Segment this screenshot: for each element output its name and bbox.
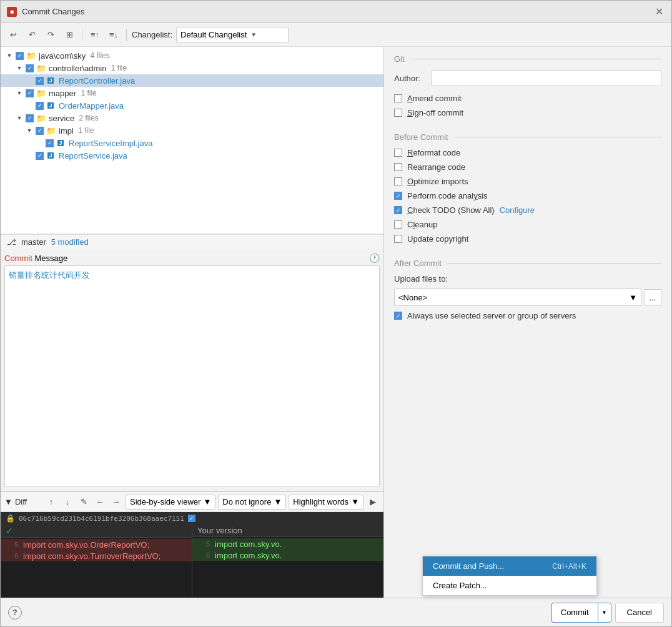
diff-columns: ✓ 5 import com.sky.vo.OrderReportVO; 6: [1, 525, 383, 598]
align-up-button[interactable]: ≡↑: [87, 27, 102, 42]
diff-right-column: Your version 5 import com.sky.vo. 6 impo…: [192, 525, 383, 598]
cleanup-label[interactable]: Cleanup: [407, 220, 437, 229]
checkbox-service[interactable]: ✓: [26, 114, 34, 122]
diff-ignore-arrow: ▼: [274, 497, 282, 506]
commit-message-header: Commit Message 🕐: [4, 253, 380, 263]
optimize-label[interactable]: Optimize imports: [407, 177, 468, 186]
message-word: Message: [32, 254, 67, 263]
tree-item-report-service-impl[interactable]: ▶ ✓ J ReportServiceImpl.java: [1, 137, 383, 149]
perform-checkbox[interactable]: ✓: [394, 192, 402, 200]
author-row: Author:: [394, 70, 661, 86]
perform-label[interactable]: Perform code analysis: [407, 191, 488, 200]
checkbox-report-service[interactable]: ✓: [36, 152, 44, 160]
tree-label: impl: [59, 126, 74, 136]
checkbox-order-mapper[interactable]: ✓: [36, 102, 44, 110]
update-copyright-checkbox[interactable]: [394, 235, 402, 243]
diff-left-header: ✓: [1, 525, 192, 538]
checkbox-impl[interactable]: ✓: [36, 127, 44, 135]
context-menu-shortcut: Ctrl+Alt+K: [552, 562, 586, 571]
context-menu-item-create-patch[interactable]: Create Patch...: [423, 576, 596, 595]
update-copyright-label[interactable]: Update copyright: [407, 234, 468, 244]
reformat-checkbox[interactable]: [394, 149, 402, 157]
author-input[interactable]: [432, 70, 661, 86]
folder-icon: 📁: [36, 63, 46, 73]
checkbox-report-service-impl[interactable]: ✓: [46, 139, 54, 147]
check-todo-checkbox[interactable]: ✓: [394, 206, 402, 214]
redo-button[interactable]: ↷: [43, 27, 58, 42]
diff-line-num: 6: [195, 551, 210, 559]
diff-highlight-dropdown[interactable]: Highlight words ▼: [289, 495, 363, 510]
diff-ignore-label: Do not ignore: [222, 497, 271, 506]
diff-right-header: Your version: [192, 525, 383, 537]
configure-link[interactable]: Configure: [500, 205, 535, 215]
window-title: Commit Changes: [22, 7, 84, 16]
diff-next-button[interactable]: →: [109, 495, 123, 509]
checkbox-controller-admin[interactable]: ✓: [26, 64, 34, 72]
sign-off-checkbox[interactable]: [394, 109, 402, 117]
diff-viewer-dropdown[interactable]: Side-by-side viewer ▼: [126, 495, 215, 510]
diff-ignore-dropdown[interactable]: Do not ignore ▼: [218, 495, 286, 510]
status-bar: ⎇ master 5 modified: [1, 234, 383, 249]
grid-button[interactable]: ⊞: [62, 27, 77, 42]
diff-down-button[interactable]: ↓: [61, 495, 74, 509]
diff-checkbox[interactable]: ✓: [188, 515, 195, 522]
tree-item-report-service[interactable]: ▶ ✓ J ReportService.java: [1, 149, 383, 162]
tree-item-service[interactable]: ▼ ✓ 📁 service 2 files: [1, 112, 383, 124]
before-commit-section: Before Commit Reformat code Rearrange co…: [394, 132, 661, 249]
diff-line-num: 6: [3, 552, 18, 560]
changelist-value: Default Changelist: [180, 30, 247, 39]
tree-item-controller-admin[interactable]: ▼ ✓ 📁 controller\admin 1 file: [1, 62, 383, 74]
tree-label: mapper: [49, 89, 76, 98]
amend-commit-checkbox[interactable]: [394, 94, 402, 102]
rearrange-checkbox[interactable]: [394, 163, 402, 171]
context-menu-item-commit-push[interactable]: Commit and Push... Ctrl+Alt+K: [423, 556, 596, 576]
diff-toolbar: ↑ ↓ ✎ ← → Side-by-side viewer ▼ Do not i…: [44, 495, 380, 510]
java-file-icon: J: [46, 76, 56, 86]
tree-item-order-mapper[interactable]: ▶ ✓ J OrderMapper.java: [1, 99, 383, 112]
tree-item-report-controller[interactable]: ▶ ✓ J ReportController.java: [1, 74, 383, 87]
close-button[interactable]: ✕: [653, 6, 665, 18]
amend-commit-label[interactable]: Amend commit: [407, 94, 462, 103]
diff-line-content: import com.sky.vo.TurnoverReportVO;: [23, 551, 189, 561]
diff-right-version: Your version: [197, 526, 242, 535]
rearrange-label[interactable]: Rearrange code: [407, 162, 465, 172]
sign-off-label[interactable]: Sign-off commit: [407, 108, 463, 117]
expand-arrow: ▼: [16, 89, 23, 97]
commit-textarea[interactable]: 销量排名统计代码开发: [4, 265, 380, 487]
diff-content: 🔒 06c716b59cd231b4c6191bfe3206b368aaec71…: [1, 512, 383, 598]
diff-edit-button[interactable]: ✎: [77, 495, 91, 509]
changelist-dropdown[interactable]: Default Changelist ▼: [176, 27, 289, 43]
diff-prev-button[interactable]: ←: [93, 495, 107, 509]
diff-title[interactable]: ▼ Diff: [4, 497, 27, 506]
undo-button[interactable]: ↶: [24, 27, 39, 42]
help-button[interactable]: ?: [8, 606, 22, 620]
commit-message-label: Commit Message: [4, 254, 67, 263]
check-todo-label[interactable]: Check TODO (Show All): [407, 205, 495, 215]
tree-item-impl[interactable]: ▼ ✓ 📁 impl 1 file: [1, 124, 383, 137]
back-button[interactable]: ↩: [6, 27, 21, 42]
tree-item-java-com-sky[interactable]: ▼ ✓ 📁 java\com\sky 4 files: [1, 49, 383, 62]
diff-line: 5 import com.sky.vo.: [192, 538, 383, 550]
history-icon[interactable]: 🕐: [369, 253, 380, 263]
checkbox-mapper[interactable]: ✓: [26, 89, 34, 97]
reformat-label[interactable]: Reformat code: [407, 148, 460, 157]
branch-icon: ⎇: [7, 237, 16, 247]
modified-count: 5 modified: [51, 237, 89, 247]
tree-label: ReportController.java: [59, 76, 135, 86]
align-down-button[interactable]: ≡↓: [106, 27, 121, 42]
commit-dropdown-button[interactable]: ▾: [598, 603, 611, 623]
java-file-icon: J: [46, 101, 56, 111]
file-tree[interactable]: ▼ ✓ 📁 java\com\sky 4 files ▼ ✓ 📁 control…: [1, 47, 383, 234]
optimize-checkbox[interactable]: [394, 177, 402, 185]
always-use-checkbox[interactable]: ✓: [394, 312, 402, 320]
upload-more-button[interactable]: ...: [644, 289, 661, 305]
cleanup-checkbox[interactable]: [394, 220, 402, 229]
diff-up-button[interactable]: ↑: [44, 495, 58, 509]
diff-more-button[interactable]: ▶: [366, 495, 380, 509]
commit-button[interactable]: Commit: [551, 603, 598, 623]
checkbox-report-controller[interactable]: ✓: [36, 77, 44, 85]
upload-select[interactable]: <None> ▼: [394, 289, 641, 306]
checkbox-java-com-sky[interactable]: ✓: [16, 52, 24, 60]
tree-item-mapper[interactable]: ▼ ✓ 📁 mapper 1 file: [1, 87, 383, 99]
cancel-button[interactable]: Cancel: [615, 603, 664, 623]
